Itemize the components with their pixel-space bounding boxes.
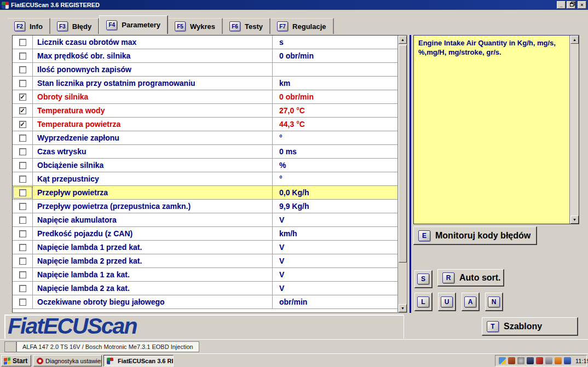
checkbox-unchecked[interactable]: [19, 285, 26, 292]
checkbox-cell: [13, 268, 33, 281]
parameter-row[interactable]: ✓Obroty silnika0 obr/min: [13, 90, 397, 104]
parameter-row[interactable]: ✓Temperatura powietrza44,3 °C: [13, 118, 397, 131]
checkbox-cell: [13, 227, 33, 240]
parameter-row[interactable]: Oczekiwane obroty biegu jałowegoobr/min: [13, 295, 397, 309]
parameter-row[interactable]: Ilość ponownych zapisów: [13, 63, 397, 77]
info-scrollbar[interactable]: ▲ ▼: [569, 36, 579, 224]
tab-wykres[interactable]: F5Wykres: [168, 18, 223, 34]
sort-button[interactable]: S: [414, 270, 433, 288]
checkbox-unchecked[interactable]: [19, 258, 26, 265]
checkbox-unchecked[interactable]: [19, 299, 26, 306]
checkbox-unchecked[interactable]: [19, 162, 26, 169]
key-badge-f7: F7: [277, 21, 288, 31]
checkbox-unchecked[interactable]: [19, 148, 26, 155]
volume-icon[interactable]: [508, 357, 515, 364]
checkbox-unchecked[interactable]: [19, 244, 26, 251]
checkbox-checked[interactable]: ✓: [19, 94, 26, 101]
auto-sort-button[interactable]: R Auto sort.: [437, 269, 504, 287]
parameter-row[interactable]: Predkość pojazdu (z CAN)km/h: [13, 227, 397, 241]
tab-info[interactable]: F2Info: [8, 18, 50, 34]
checkbox-unchecked[interactable]: [19, 53, 26, 60]
templates-button[interactable]: T Szablony: [482, 317, 578, 336]
checkbox-checked[interactable]: ✓: [19, 121, 26, 128]
checkbox-unchecked[interactable]: [19, 217, 26, 224]
restore-button[interactable]: [567, 1, 575, 9]
checkbox-unchecked[interactable]: [19, 176, 26, 183]
scroll-down-icon[interactable]: ▼: [570, 215, 579, 224]
checkbox-cell: [13, 200, 33, 213]
tab-label: Parametery: [122, 21, 160, 29]
parameter-name: Czas wtrysku: [33, 145, 273, 158]
parameter-row[interactable]: Przepływ powietrza0,0 Kg/h: [13, 186, 397, 200]
parameter-row[interactable]: Przepływ powietrza (przepustnica zamkn.)…: [13, 200, 397, 213]
tab-regulacje[interactable]: F7Regulacje: [270, 18, 333, 34]
fiatecuscan-app-icon: [2, 2, 9, 9]
parameter-row[interactable]: Obciążenie silnika%: [13, 159, 397, 172]
connection-icon[interactable]: [555, 357, 562, 364]
key-badge-f2: F2: [14, 21, 25, 31]
restore-icon: [570, 3, 574, 7]
a-key-button[interactable]: A: [462, 293, 480, 311]
parameter-row[interactable]: Stan licznika przy ostatnim programowani…: [13, 77, 397, 90]
checkbox-cell: [13, 145, 33, 158]
parameter-row[interactable]: Napięcie lambda 1 przed kat.V: [13, 241, 397, 254]
parameter-row[interactable]: Napięcie lambda 2 przed kat.V: [13, 254, 397, 268]
parameter-row[interactable]: Wyprzedzenie zapłonu°: [13, 131, 397, 145]
parameter-row[interactable]: Max prędkość obr. silnika0 obr/min: [13, 49, 397, 63]
checkbox-unchecked[interactable]: [19, 230, 26, 237]
pen-icon[interactable]: [536, 357, 543, 364]
checkbox-checked[interactable]: ✓: [19, 107, 26, 114]
n-key-button[interactable]: N: [485, 293, 503, 311]
tab-testy[interactable]: F6Testy: [223, 18, 270, 34]
codec-icon[interactable]: [517, 357, 524, 364]
table-scrollbar[interactable]: ▲ ▼: [397, 36, 407, 312]
checkbox-cell: [13, 49, 33, 62]
parameter-row[interactable]: ✓Temperatura wody27,0 °C: [13, 104, 397, 118]
key-badge-f3: F3: [57, 21, 68, 31]
parameter-row[interactable]: Czas wtrysku0 ms: [13, 145, 397, 159]
checkbox-unchecked[interactable]: [19, 80, 26, 87]
scroll-up-icon[interactable]: ▲: [570, 36, 579, 44]
checkbox-unchecked[interactable]: [19, 39, 26, 46]
mouse-icon[interactable]: [527, 357, 534, 364]
parameter-info-panel: Engine Intake Air Quantity in Kg/h, mg/s…: [413, 35, 579, 224]
taskbar-item-diagnostyka[interactable]: Diagnostyka ustawienia r...: [33, 355, 102, 366]
checkbox-cell: ✓: [13, 104, 33, 117]
parameter-row[interactable]: Licznik czasu obrotów maxs: [13, 36, 397, 49]
fiatecuscan-logo: FiatECUScan: [8, 313, 136, 339]
table-scrollbar-thumb[interactable]: [399, 45, 407, 263]
display-settings-icon[interactable]: [499, 357, 506, 364]
parameter-value: °: [273, 131, 397, 144]
tab-błędy[interactable]: F3Błędy: [50, 18, 99, 34]
checkbox-unchecked[interactable]: [19, 203, 26, 210]
minimize-button[interactable]: _: [557, 1, 566, 9]
tab-bar: F2InfoF3BłędyF4ParameteryF5WykresF6Testy…: [8, 15, 334, 34]
windows-taskbar: Start Diagnostyka ustawienia r... FiatEC…: [0, 353, 588, 367]
checkbox-unchecked[interactable]: [19, 135, 26, 142]
parameter-row[interactable]: Napięcie akumulatoraV: [13, 213, 397, 227]
close-button[interactable]: ×: [578, 1, 586, 9]
start-button[interactable]: Start: [1, 355, 31, 366]
monitor-icon[interactable]: [545, 357, 552, 364]
parameter-row[interactable]: Napięcie lambda 1 za kat.V: [13, 268, 397, 282]
checkbox-unchecked[interactable]: [19, 66, 26, 73]
network-icon[interactable]: [564, 357, 571, 364]
parameter-rows: Licznik czasu obrotów maxsMax prędkość o…: [13, 36, 397, 312]
checkbox-unchecked[interactable]: [19, 189, 26, 196]
parameter-row[interactable]: Kąt przepustnicy°: [13, 172, 397, 186]
tab-parametery[interactable]: F4Parametery: [99, 15, 168, 34]
vehicle-info-tab[interactable]: ALFA 147 2.0 TS 16V / Bosch Motronic Me7…: [16, 341, 199, 352]
fiatecuscan-window: FiatECUScan 3.6 REGISTERED _ × F2InfoF3B…: [0, 0, 588, 367]
scroll-down-icon[interactable]: ▼: [399, 304, 407, 312]
parameter-value: 9,9 Kg/h: [273, 200, 397, 213]
u-key-button[interactable]: U: [438, 293, 456, 311]
parameter-row[interactable]: Napięcie lambda 2 za kat.V: [13, 282, 397, 295]
scroll-up-icon[interactable]: ▲: [399, 36, 407, 44]
taskbar-item-fiatecuscan[interactable]: FiatECUScan 3.6 REGI...: [103, 355, 174, 366]
panel-splitter[interactable]: [410, 35, 411, 313]
monitor-error-codes-button[interactable]: E Monitoruj kody błędów: [413, 226, 537, 245]
l-key-button[interactable]: L: [414, 293, 433, 311]
parameter-name: Licznik czasu obrotów max: [33, 36, 273, 49]
parameter-name: Napięcie akumulatora: [33, 213, 273, 226]
checkbox-unchecked[interactable]: [19, 271, 26, 278]
